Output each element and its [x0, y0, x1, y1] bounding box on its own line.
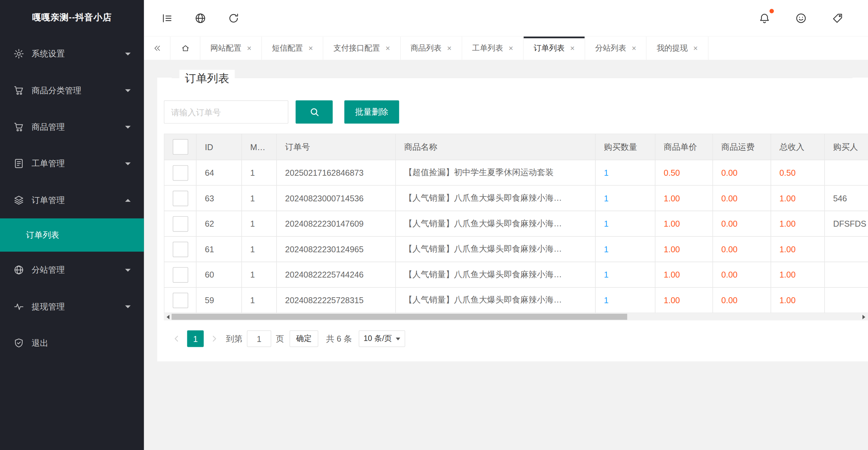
tab-close-icon[interactable]: × [570, 44, 575, 52]
refresh-button[interactable] [217, 0, 250, 36]
chevron-down-icon [125, 125, 130, 128]
pagination: 1 到第 页 确定 共 6 条 10 条/页 [164, 331, 868, 347]
cell-id: 59 [196, 287, 242, 313]
tab-site-config[interactable]: 网站配置× [200, 36, 262, 60]
tab-close-icon[interactable]: × [693, 44, 698, 52]
column-header-m: M… [242, 134, 277, 160]
page-title: 订单列表 [180, 70, 235, 87]
tab-close-icon[interactable]: × [308, 44, 313, 52]
search-button[interactable] [296, 100, 333, 123]
sidebar-subitem-order-list[interactable]: 订单列表 [0, 219, 144, 252]
sidebar-item-withdraw-management[interactable]: 提现管理 [0, 288, 144, 325]
tags-button[interactable] [821, 0, 854, 36]
table-header-row: IDM…订单号商品名称购买数量商品单价商品运费总收入购买人 [164, 134, 868, 160]
current-page-button[interactable]: 1 [187, 331, 204, 347]
tab-product-list[interactable]: 商品列表× [401, 36, 462, 60]
cell-qty: 1 [595, 236, 655, 262]
toolbar: 批量删除 [164, 100, 868, 123]
order-search-input[interactable] [164, 100, 289, 123]
cell-checkbox [164, 262, 196, 287]
sidebar-item-workorder-management[interactable]: 工单管理 [0, 145, 144, 181]
search-icon [309, 106, 320, 118]
tag-icon [832, 12, 844, 24]
scroll-left-arrow-icon[interactable] [167, 315, 169, 319]
sidebar-item-product-category-management[interactable]: 商品分类管理 [0, 72, 144, 108]
cell-product: 【人气销量】八爪鱼大爆头即食麻辣小海… [396, 236, 595, 262]
cell-buyer: 546 [825, 185, 868, 211]
globe-icon [13, 264, 25, 276]
cart-icon [13, 85, 25, 96]
logout-icon [13, 338, 25, 349]
tab-close-icon[interactable]: × [385, 44, 390, 52]
row-checkbox[interactable] [173, 191, 188, 206]
cell-checkbox [164, 287, 196, 313]
row-checkbox[interactable] [173, 292, 188, 308]
theme-icon [795, 12, 807, 24]
confirm-page-button[interactable]: 确定 [290, 331, 318, 347]
goto-page-input[interactable] [247, 331, 271, 347]
app-title: 嘎嘎亲测--抖音小店 [0, 0, 144, 35]
double-chevron-left-icon [153, 44, 161, 53]
tab-close-icon[interactable]: × [447, 44, 452, 52]
column-header-income: 总收入 [771, 134, 825, 160]
tabs-scroll-left-button[interactable] [144, 36, 170, 60]
scrollbar-thumb[interactable] [172, 314, 627, 320]
sidebar-item-logout[interactable]: 退出 [0, 325, 144, 361]
select-all-checkbox[interactable] [173, 139, 188, 155]
sidebar: 嘎嘎亲测--抖音小店 系统设置商品分类管理商品管理工单管理订单管理订单列表分站管… [0, 0, 144, 450]
sidebar-item-label: 工单管理 [31, 158, 125, 169]
next-page-button[interactable] [209, 334, 219, 344]
cell-shipping: 0.00 [713, 211, 771, 236]
tab-order-list[interactable]: 订单列表× [524, 36, 585, 60]
batch-delete-button[interactable]: 批量删除 [344, 100, 399, 123]
column-header-order_no: 订单号 [277, 134, 396, 160]
tab-my-withdrawals[interactable]: 我的提现× [647, 36, 709, 60]
tab-sms-config[interactable]: 短信配置× [262, 36, 324, 60]
row-checkbox[interactable] [173, 242, 188, 257]
chevron-right-icon [209, 334, 219, 344]
page-size-select[interactable]: 10 条/页 [359, 331, 405, 347]
cell-product: 【人气销量】八爪鱼大爆头即食麻辣小海… [396, 287, 595, 313]
cell-m: 1 [242, 160, 277, 186]
orders-icon [13, 194, 25, 206]
column-header-price: 商品单价 [655, 134, 713, 160]
refresh-icon [228, 12, 240, 24]
cell-product: 【人气销量】八爪鱼大爆头即食麻辣小海… [396, 211, 595, 236]
cell-checkbox [164, 160, 196, 186]
row-checkbox[interactable] [173, 216, 188, 231]
row-checkbox[interactable] [173, 165, 188, 180]
sidebar-item-substation-management[interactable]: 分站管理 [0, 252, 144, 288]
row-checkbox[interactable] [173, 267, 188, 282]
prev-page-button[interactable] [172, 334, 181, 344]
tab-payment-api-config[interactable]: 支付接口配置× [323, 36, 401, 60]
orders-table: IDM…订单号商品名称购买数量商品单价商品运费总收入购买人64120250217… [164, 134, 868, 313]
table-row: 64120250217162846873【超值捡漏】初中学生夏季休闲运动套装10… [164, 160, 868, 186]
tab-workorder-list[interactable]: 工单列表× [462, 36, 524, 60]
collapse-sidebar-button[interactable] [151, 0, 184, 36]
chevron-left-icon [172, 334, 181, 344]
sidebar-item-product-management[interactable]: 商品管理 [0, 109, 144, 145]
theme-button[interactable] [784, 0, 817, 36]
cell-order_no: 20240822230124965 [277, 236, 396, 262]
sidebar-item-system-settings[interactable]: 系统设置 [0, 35, 144, 72]
cart-icon [13, 121, 25, 133]
horizontal-scrollbar[interactable] [164, 313, 868, 320]
cell-id: 63 [196, 185, 242, 211]
notifications-button[interactable] [748, 0, 781, 36]
home-tab[interactable] [170, 36, 200, 60]
tab-close-icon[interactable]: × [508, 44, 513, 52]
main-area: 网站配置×短信配置×支付接口配置×商品列表×工单列表×订单列表×分站列表×我的提… [144, 0, 868, 450]
column-header-shipping: 商品运费 [713, 134, 771, 160]
orders-table-wrap: IDM…订单号商品名称购买数量商品单价商品运费总收入购买人64120250217… [164, 134, 868, 313]
cell-order_no: 20240822225728315 [277, 287, 396, 313]
tab-label: 我的提现 [657, 44, 688, 53]
tab-close-icon[interactable]: × [632, 44, 637, 52]
tab-label: 工单列表 [472, 44, 503, 53]
tab-close-icon[interactable]: × [247, 44, 252, 52]
sidebar-item-order-management[interactable]: 订单管理 [0, 182, 144, 219]
tab-substation-list[interactable]: 分站列表× [585, 36, 647, 60]
table-row: 63120240823000714536【人气销量】八爪鱼大爆头即食麻辣小海…1… [164, 185, 868, 211]
site-home-button[interactable] [184, 0, 217, 36]
scroll-right-arrow-icon[interactable] [862, 315, 865, 319]
cell-m: 1 [242, 185, 277, 211]
